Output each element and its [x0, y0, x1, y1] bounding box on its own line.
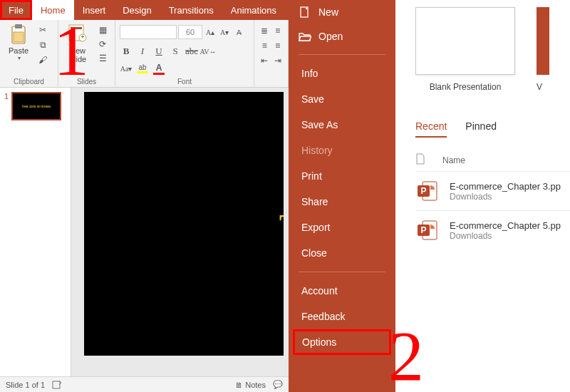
slide-title-text: THÊ G [279, 207, 284, 241]
svg-text:P: P [420, 225, 426, 235]
backstage-options[interactable]: Options [293, 329, 391, 355]
tab-design[interactable]: Design [114, 0, 160, 20]
underline-button[interactable]: U [152, 45, 165, 58]
bullets-button[interactable]: ≣ [259, 24, 271, 37]
template-other[interactable]: V [537, 7, 549, 92]
backstage-export[interactable]: Export [289, 215, 395, 240]
comments-button[interactable]: 💬 [273, 380, 283, 389]
shadow-button[interactable]: S [169, 45, 182, 58]
separator [299, 54, 385, 55]
slide-thumbnail-1[interactable]: THE GIOI DI DONG [11, 92, 61, 120]
pinned-tab[interactable]: Pinned [465, 120, 497, 138]
group-label-slides: Slides [63, 76, 110, 86]
svg-rect-4 [71, 27, 82, 29]
tab-home[interactable]: Home [32, 0, 74, 20]
backstage-open[interactable]: Open [289, 24, 395, 48]
slide-canvas-area[interactable]: THÊ G [71, 88, 289, 376]
font-name-select[interactable] [120, 25, 177, 39]
font-color-button[interactable]: A [152, 62, 165, 75]
backstage-share[interactable]: Share [289, 189, 395, 215]
grow-font-button[interactable]: A▴ [204, 26, 217, 38]
file-location: Downloads [450, 231, 561, 241]
shrink-font-button[interactable]: A▾ [218, 26, 231, 38]
backstage-print[interactable]: Print [289, 163, 395, 189]
strike-button[interactable]: abc [185, 45, 198, 58]
backstage-new[interactable]: New [289, 0, 395, 24]
spellcheck-button[interactable] [52, 380, 62, 390]
powerpoint-file-icon: P [415, 179, 440, 203]
backstage-history: History [289, 138, 395, 163]
file-row[interactable]: P E-commerce_Chapter 5.pp Downloads [415, 210, 570, 249]
char-spacing-button[interactable]: AV↔ [202, 45, 214, 58]
workspace: 1 THE GIOI DI DONG THÊ G [0, 88, 289, 376]
backstage-account[interactable]: Account [289, 278, 395, 304]
backstage-saveas[interactable]: Save As [289, 112, 395, 138]
file-location: Downloads [450, 192, 561, 202]
tab-transitions[interactable]: Transitions [160, 0, 222, 20]
group-slides: New Slide ▦ ⟳ ☰ Slides [58, 20, 115, 87]
reset-button[interactable]: ⟳ [95, 38, 110, 51]
slide-number: 1 [4, 92, 9, 120]
ribbon-tabs: File Home Insert Design Transitions Anim… [0, 0, 289, 20]
backstage-save[interactable]: Save [289, 86, 395, 112]
paste-label: Paste [9, 46, 28, 55]
open-icon [299, 30, 311, 43]
backstage-content: Blank Presentation V Recent Pinned Name [395, 0, 570, 392]
new-slide-button[interactable]: New Slide [63, 22, 93, 65]
slide-counter: Slide 1 of 1 [6, 381, 45, 389]
format-painter-button[interactable]: 🖌 [36, 53, 50, 66]
bold-button[interactable]: B [120, 45, 133, 58]
statusbar: Slide 1 of 1 🗎 Notes 💬 [0, 376, 289, 392]
backstage-nav: New Open Info Save Save As History Print… [289, 0, 395, 392]
align-center-button[interactable]: ≡ [272, 39, 284, 52]
backstage-new-label: New [318, 6, 338, 18]
powerpoint-file-icon: P [415, 218, 440, 242]
recent-tab[interactable]: Recent [415, 120, 447, 138]
new-icon [299, 6, 311, 19]
paste-button[interactable]: Paste ▾ [4, 22, 33, 66]
clear-format-button[interactable]: A̶ [232, 26, 245, 38]
svg-rect-7 [83, 36, 83, 38]
template-blank[interactable]: Blank Presentation [415, 7, 515, 92]
svg-rect-2 [14, 32, 24, 42]
indent-inc-button[interactable]: ⇥ [272, 54, 284, 67]
recent-tabs: Recent Pinned [415, 120, 570, 138]
layout-button[interactable]: ▦ [95, 24, 110, 36]
new-slide-label: New Slide [69, 46, 86, 63]
group-font: 60 A▴ A▾ A̶ B I U S abc AV↔ Aa▾ ab [115, 20, 254, 87]
backstage-info[interactable]: Info [289, 61, 395, 86]
template-thumb-blank [415, 7, 515, 75]
backstage-open-label: Open [318, 31, 343, 42]
change-case-button[interactable]: Aa▾ [120, 62, 133, 75]
template-label-blank: Blank Presentation [430, 82, 502, 92]
file-row[interactable]: P E-commerce_Chapter 3.pp Downloads [415, 171, 570, 210]
svg-rect-8 [53, 381, 60, 388]
italic-button[interactable]: I [136, 45, 149, 58]
thumbnail-panel[interactable]: 1 THE GIOI DI DONG [0, 88, 71, 376]
file-name: E-commerce_Chapter 5.pp [450, 220, 561, 231]
copy-button[interactable]: ⧉ [36, 38, 50, 51]
tab-animations[interactable]: Animations [222, 0, 285, 20]
tab-file[interactable]: File [0, 0, 32, 20]
font-size-select[interactable]: 60 [178, 25, 202, 39]
slide-canvas[interactable]: THÊ G [84, 92, 284, 356]
notes-button[interactable]: 🗎 Notes [235, 381, 266, 389]
name-column-header[interactable]: Name [442, 155, 465, 165]
align-left-button[interactable]: ≡ [259, 39, 271, 52]
svg-text:P: P [420, 186, 426, 196]
caret-down-icon: ▾ [18, 55, 21, 61]
notes-icon: 🗎 [235, 381, 243, 389]
numbering-button[interactable]: ≡ [272, 24, 284, 37]
file-icon-header [415, 153, 430, 167]
group-clipboard: Paste ▾ ✂ ⧉ 🖌 Clipboard [0, 20, 58, 87]
highlight-button[interactable]: ab [136, 62, 149, 75]
backstage-close[interactable]: Close [289, 240, 395, 266]
cut-button[interactable]: ✂ [36, 24, 50, 36]
tab-insert[interactable]: Insert [74, 0, 115, 20]
section-button[interactable]: ☰ [95, 52, 110, 65]
group-paragraph: ≣ ≡ ≡ ≡ ⇤ ⇥ [254, 20, 289, 87]
template-label-other: V [537, 82, 542, 92]
file-name: E-commerce_Chapter 3.pp [450, 181, 561, 192]
indent-dec-button[interactable]: ⇤ [259, 54, 271, 67]
backstage-feedback[interactable]: Feedback [289, 304, 395, 329]
